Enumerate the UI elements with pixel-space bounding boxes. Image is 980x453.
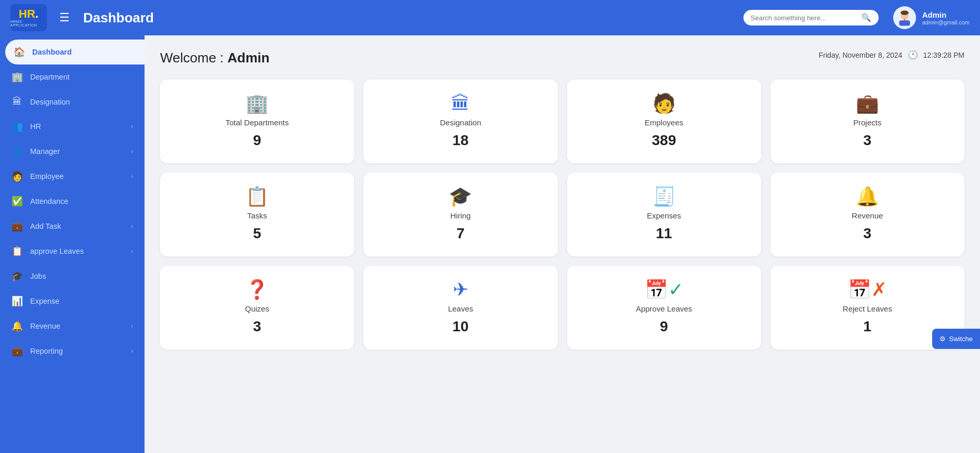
card-icon-reject-leaves: 📅✗ bbox=[848, 280, 887, 299]
sidebar-icon-revenue: 🔔 bbox=[11, 320, 23, 332]
sidebar-arrow-hr: › bbox=[131, 123, 133, 130]
card-employees[interactable]: 🧑 Employees 389 bbox=[567, 80, 761, 163]
sidebar-icon-department: 🏢 bbox=[11, 71, 23, 83]
sidebar-label-jobs: Jobs bbox=[30, 272, 133, 280]
card-icon-designation: 🏛 bbox=[451, 94, 470, 113]
card-approve-leaves[interactable]: 📅✓ Approve Leaves 9 bbox=[567, 266, 761, 350]
sidebar-label-approveleaves: approve Leaves bbox=[30, 247, 124, 255]
card-value-employees: 389 bbox=[652, 132, 676, 149]
sidebar-item-designation[interactable]: 🏛 Designation bbox=[0, 89, 145, 114]
sidebar-item-expense[interactable]: 📊 Expense bbox=[0, 289, 145, 314]
card-icon-quizes: ❓ bbox=[245, 280, 269, 299]
card-revenue[interactable]: 🔔 Revenue 3 bbox=[770, 173, 964, 256]
sidebar-label-reporting: Reporting bbox=[30, 347, 124, 355]
card-leaves[interactable]: ✈ Leaves 10 bbox=[363, 266, 557, 350]
hamburger-icon[interactable]: ☰ bbox=[59, 11, 70, 24]
welcome-name: Admin bbox=[228, 50, 270, 66]
sidebar-item-manager[interactable]: 👤 Manager › bbox=[0, 139, 145, 164]
sidebar-item-employee[interactable]: 🧑 Employee › bbox=[0, 164, 145, 189]
card-icon-hiring: 🎓 bbox=[449, 187, 472, 206]
sidebar-label-manager: Manager bbox=[30, 147, 124, 156]
sidebar-label-dashboard: Dashboard bbox=[32, 48, 133, 56]
card-label-reject-leaves: Reject Leaves bbox=[843, 304, 892, 313]
card-label-total-departments: Total Departments bbox=[226, 118, 289, 127]
sidebar-icon-expense: 📊 bbox=[11, 295, 23, 307]
card-icon-tasks: 📋 bbox=[245, 187, 269, 206]
sidebar-icon-jobs: 🎓 bbox=[11, 270, 23, 282]
card-value-revenue: 3 bbox=[864, 225, 872, 242]
sidebar-item-hr[interactable]: 👥 HR › bbox=[0, 114, 145, 139]
card-icon-total-departments: 🏢 bbox=[245, 94, 269, 113]
card-value-hiring: 7 bbox=[456, 225, 465, 242]
cards-row3: ❓ Quizes 3 ✈ Leaves 10 📅✓ Approve Leaves… bbox=[160, 266, 964, 350]
sidebar-item-department[interactable]: 🏢 Department bbox=[0, 64, 145, 89]
sidebar-arrow-reporting: › bbox=[131, 347, 133, 355]
topnav: HR. HRMS APPLICATION ☰ Dashboard 🔍 Admin bbox=[0, 0, 980, 35]
cards-row2: 📋 Tasks 5 🎓 Hiring 7 🧾 Expenses 11 🔔 Rev… bbox=[160, 173, 964, 256]
cards-row1: 🏢 Total Departments 9 🏛 Designation 18 🧑… bbox=[160, 80, 964, 163]
sidebar-item-reporting[interactable]: 💼 Reporting › bbox=[0, 339, 145, 364]
card-label-expenses: Expenses bbox=[647, 211, 681, 220]
sidebar-label-addtask: Add Task bbox=[30, 222, 124, 230]
sidebar-arrow-approveleaves: › bbox=[131, 248, 133, 255]
sidebar-item-attendance[interactable]: ✅ Attendance bbox=[0, 189, 145, 214]
sidebar-label-hr: HR bbox=[30, 122, 124, 131]
welcome-message: Welcome : Admin bbox=[160, 50, 269, 66]
card-value-designation: 18 bbox=[452, 132, 468, 149]
card-value-projects: 3 bbox=[864, 132, 872, 149]
card-value-expenses: 11 bbox=[656, 225, 672, 242]
card-total-departments[interactable]: 🏢 Total Departments 9 bbox=[160, 80, 354, 163]
sidebar-item-dashboard[interactable]: 🏠 Dashboard bbox=[5, 40, 145, 64]
search-icon: 🔍 bbox=[861, 13, 871, 22]
user-email: admin@gmail.com bbox=[922, 19, 970, 25]
card-icon-leaves: ✈ bbox=[453, 280, 468, 299]
sidebar-item-revenue[interactable]: 🔔 Revenue › bbox=[0, 314, 145, 339]
card-value-reject-leaves: 1 bbox=[864, 318, 872, 335]
card-hiring[interactable]: 🎓 Hiring 7 bbox=[363, 173, 557, 256]
search-input[interactable] bbox=[751, 14, 857, 22]
card-label-hiring: Hiring bbox=[450, 211, 471, 220]
card-expenses[interactable]: 🧾 Expenses 11 bbox=[567, 173, 761, 256]
sidebar-item-approveleaves[interactable]: 📋 approve Leaves › bbox=[0, 239, 145, 264]
card-value-approve-leaves: 9 bbox=[660, 318, 668, 335]
welcome-prefix: Welcome : bbox=[160, 50, 228, 66]
logo-sub: HRMS APPLICATION bbox=[10, 20, 47, 27]
user-info: Admin admin@gmail.com bbox=[893, 6, 970, 29]
card-designation[interactable]: 🏛 Designation 18 bbox=[363, 80, 557, 163]
user-text: Admin admin@gmail.com bbox=[922, 10, 970, 25]
sidebar-arrow-employee: › bbox=[131, 173, 133, 180]
card-label-quizes: Quizes bbox=[245, 304, 269, 313]
card-value-tasks: 5 bbox=[253, 225, 262, 242]
sidebar-label-employee: Employee bbox=[30, 172, 124, 180]
card-quizes[interactable]: ❓ Quizes 3 bbox=[160, 266, 354, 350]
svg-point-3 bbox=[900, 10, 909, 15]
switch-button[interactable]: ⚙ Switche bbox=[932, 329, 980, 349]
card-icon-approve-leaves: 📅✓ bbox=[645, 280, 684, 299]
card-value-quizes: 3 bbox=[253, 318, 262, 335]
sidebar-label-attendance: Attendance bbox=[30, 197, 133, 205]
sidebar-item-jobs[interactable]: 🎓 Jobs bbox=[0, 264, 145, 289]
logo-text: HR. bbox=[19, 8, 38, 20]
card-label-approve-leaves: Approve Leaves bbox=[636, 304, 692, 313]
clock-icon: 🕐 bbox=[908, 50, 918, 60]
datetime-row: Friday, November 8, 2024 🕐 12:39:28 PM bbox=[819, 50, 964, 60]
sidebar-icon-addtask: 💼 bbox=[11, 221, 23, 232]
card-icon-revenue: 🔔 bbox=[856, 187, 879, 206]
main-layout: 🏠 Dashboard 🏢 Department 🏛 Designation 👥… bbox=[0, 35, 980, 453]
switch-icon: ⚙ bbox=[939, 335, 946, 343]
sidebar-label-designation: Designation bbox=[30, 98, 133, 106]
sidebar-item-addtask[interactable]: 💼 Add Task › bbox=[0, 214, 145, 239]
card-label-designation: Designation bbox=[440, 118, 481, 127]
card-icon-employees: 🧑 bbox=[652, 94, 676, 113]
card-label-revenue: Revenue bbox=[852, 211, 883, 220]
sidebar-icon-designation: 🏛 bbox=[11, 96, 23, 107]
svg-rect-5 bbox=[904, 19, 905, 21]
card-tasks[interactable]: 📋 Tasks 5 bbox=[160, 173, 354, 256]
content: Welcome : Admin Friday, November 8, 2024… bbox=[145, 35, 980, 453]
card-label-projects: Projects bbox=[853, 118, 881, 127]
sidebar-label-expense: Expense bbox=[30, 297, 133, 305]
card-projects[interactable]: 💼 Projects 3 bbox=[770, 80, 964, 163]
user-name: Admin bbox=[922, 10, 970, 19]
sidebar-icon-manager: 👤 bbox=[11, 146, 23, 157]
sidebar-icon-reporting: 💼 bbox=[11, 345, 23, 357]
